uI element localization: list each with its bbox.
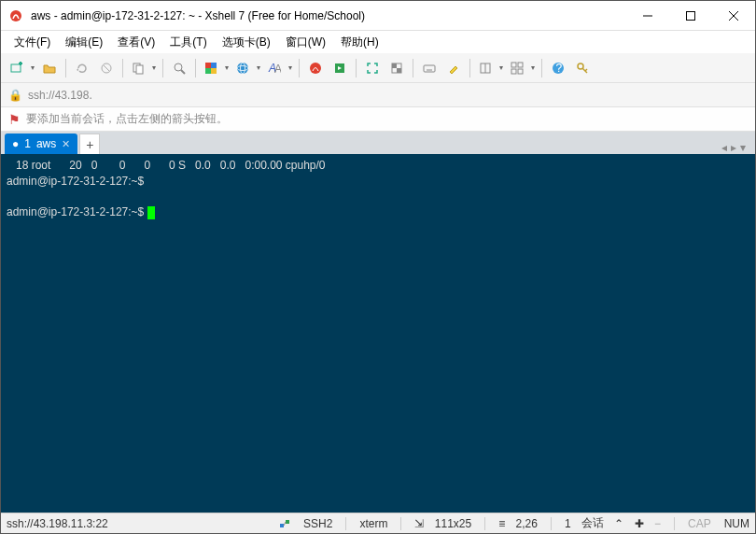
svg-line-9 <box>104 65 109 71</box>
svg-rect-44 <box>280 524 284 527</box>
layout-button[interactable] <box>475 57 505 79</box>
svg-rect-26 <box>392 63 397 68</box>
tab-menu-icon[interactable]: ▾ <box>740 141 746 154</box>
toolbar-separator <box>469 59 470 77</box>
menu-tools[interactable]: 工具(T) <box>162 32 214 53</box>
find-button[interactable] <box>168 57 190 79</box>
font-button[interactable]: AA <box>264 57 294 79</box>
toolbar: AA ? <box>1 53 755 83</box>
status-size: ⇲ 111x25 <box>414 517 471 530</box>
menu-window[interactable]: 窗口(W) <box>278 32 333 53</box>
tab-prev-icon[interactable]: ◂ <box>721 141 727 154</box>
copy-button[interactable] <box>128 57 158 79</box>
svg-rect-28 <box>424 65 435 72</box>
status-sessions: 1 会话 ⌃ ✚ − <box>565 515 661 531</box>
svg-point-0 <box>10 10 21 21</box>
menu-help[interactable]: 帮助(H) <box>333 32 386 53</box>
svg-rect-38 <box>518 69 523 74</box>
svg-rect-16 <box>205 68 211 74</box>
svg-rect-17 <box>211 68 217 74</box>
remove-session-icon[interactable]: − <box>654 517 661 530</box>
maximize-button[interactable] <box>669 1 712 30</box>
svg-rect-15 <box>211 63 217 68</box>
toolbar-separator <box>162 59 163 77</box>
svg-rect-2 <box>687 11 695 20</box>
xshell-icon-button[interactable] <box>304 57 327 79</box>
color-scheme-button[interactable] <box>201 57 231 79</box>
keyboard-button[interactable] <box>418 57 441 79</box>
key-button[interactable] <box>571 57 594 79</box>
svg-point-12 <box>175 63 182 71</box>
chevron-icon[interactable]: ⌃ <box>614 517 623 530</box>
status-address: ssh://43.198.11.3:22 <box>7 517 108 530</box>
lock-icon: 🔒 <box>8 89 22 102</box>
tab-marker-icon: ● <box>12 137 19 150</box>
terminal-prompt: admin@ip-172-31-2-127:~$ <box>7 175 144 188</box>
tab-close-icon[interactable]: ✕ <box>62 138 70 150</box>
hint-bar: ⚑ 要添加当前会话，点击左侧的箭头按钮。 <box>1 107 755 132</box>
toolbar-separator <box>65 59 66 77</box>
tab-next-icon[interactable]: ▸ <box>731 141 736 154</box>
add-session-icon[interactable]: ✚ <box>635 517 644 530</box>
svg-line-13 <box>181 70 185 74</box>
svg-rect-27 <box>397 68 401 73</box>
fullscreen-button[interactable] <box>361 57 384 79</box>
svg-rect-45 <box>286 520 289 524</box>
svg-text:?: ? <box>556 62 563 75</box>
status-cap: CAP <box>688 517 711 530</box>
terminal[interactable]: 18 root 20 0 0 0 0 S 0.0 0.0 0:00.00 cpu… <box>1 154 755 513</box>
close-button[interactable] <box>712 1 755 30</box>
address-bar[interactable]: 🔒 ssh://43.198. <box>1 83 755 107</box>
toolbar-separator <box>195 59 196 77</box>
tab-bar: ● 1 aws ✕ + ◂ ▸ ▾ <box>1 132 755 154</box>
encoding-button[interactable] <box>232 57 262 79</box>
xftp-button[interactable] <box>329 57 351 79</box>
status-pos: ≡ 2,26 <box>498 517 538 530</box>
reconnect-button[interactable] <box>71 57 93 79</box>
terminal-line: 18 root 20 0 0 0 0 S 0.0 0.0 0:00.00 cpu… <box>7 159 326 172</box>
add-tab-button[interactable]: + <box>79 134 100 154</box>
menu-view[interactable]: 查看(V) <box>110 32 162 53</box>
titlebar: aws - admin@ip-172-31-2-127: ~ - Xshell … <box>1 1 755 31</box>
new-session-button[interactable] <box>7 57 36 79</box>
app-icon <box>8 8 23 23</box>
transparency-button[interactable] <box>385 57 408 79</box>
svg-rect-5 <box>11 64 21 72</box>
svg-rect-36 <box>518 63 523 67</box>
menu-tabs[interactable]: 选项卡(B) <box>215 32 278 53</box>
menu-edit[interactable]: 编辑(E) <box>58 32 110 53</box>
tile-button[interactable] <box>507 57 537 79</box>
svg-rect-37 <box>511 69 516 74</box>
window-controls <box>626 1 755 30</box>
terminal-prompt: admin@ip-172-31-2-127:~$ <box>7 205 147 218</box>
toolbar-separator <box>299 59 300 77</box>
toolbar-separator <box>541 59 542 77</box>
menu-file[interactable]: 文件(F) <box>7 32 58 53</box>
highlight-button[interactable] <box>442 57 465 79</box>
svg-line-46 <box>284 522 286 526</box>
window-title: aws - admin@ip-172-31-2-127: ~ - Xshell … <box>31 9 626 22</box>
menubar: 文件(F) 编辑(E) 查看(V) 工具(T) 选项卡(B) 窗口(W) 帮助(… <box>1 31 755 53</box>
tab-label: aws <box>36 137 56 150</box>
hint-text: 要添加当前会话，点击左侧的箭头按钮。 <box>26 111 228 127</box>
size-icon: ⇲ <box>414 517 424 530</box>
help-button[interactable]: ? <box>547 57 569 79</box>
toolbar-separator <box>356 59 357 77</box>
disconnect-button[interactable] <box>95 57 118 79</box>
svg-rect-11 <box>136 65 143 74</box>
flag-icon: ⚑ <box>8 112 21 127</box>
address-text: ssh://43.198. <box>28 89 92 102</box>
tab-nav: ◂ ▸ ▾ <box>721 141 751 154</box>
svg-rect-35 <box>511 63 516 67</box>
status-net-icon <box>279 518 290 529</box>
tab-active[interactable]: ● 1 aws ✕ <box>5 134 77 154</box>
svg-rect-14 <box>205 63 211 68</box>
minimize-button[interactable] <box>626 1 669 30</box>
status-num: NUM <box>724 517 749 530</box>
toolbar-separator <box>413 59 413 77</box>
svg-point-18 <box>237 63 248 74</box>
open-session-button[interactable] <box>38 57 61 79</box>
svg-line-43 <box>585 69 587 71</box>
status-protocol: SSH2 <box>303 517 332 530</box>
cursor-icon <box>147 206 155 219</box>
